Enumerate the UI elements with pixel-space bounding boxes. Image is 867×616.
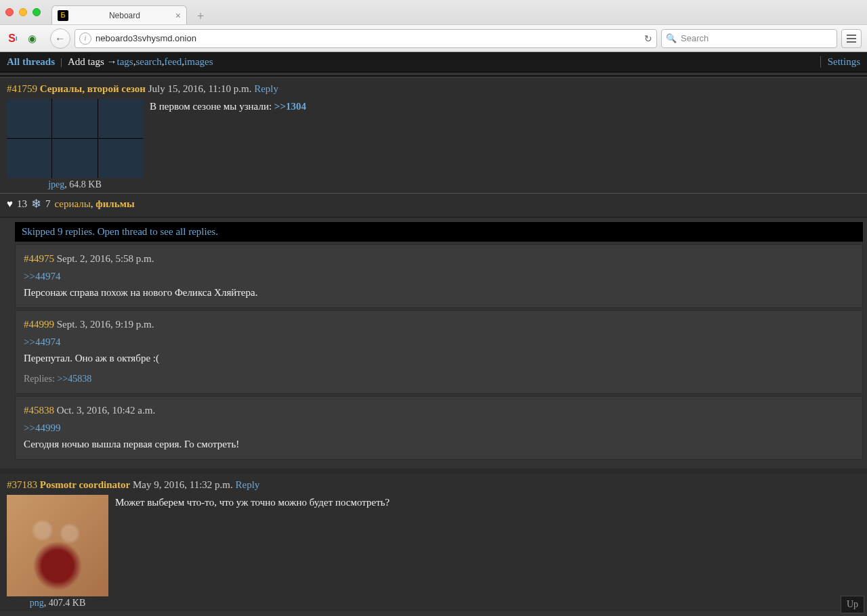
tab-strip: Neboard × + [51,0,210,24]
close-window-button[interactable] [5,8,14,16]
nav-add-tags-label: Add tags → [68,56,117,68]
back-button[interactable]: ← [50,28,70,49]
site-navbar: All threads | Add tags → tags, search, f… [0,52,867,72]
post-ref[interactable]: >>1304 [274,101,306,112]
thumb-size: 407.4 KB [49,598,85,608]
browser-toolbar: S! ◉ ← i neboardo3svhysmd.onion ↻ 🔍 Sear… [0,24,867,51]
post-ref[interactable]: >>44974 [24,336,60,347]
nav-search[interactable]: search [135,56,161,68]
post-body: Персонаж справа похож на нового Феликса … [24,284,854,301]
site-info-icon[interactable]: i [79,32,91,45]
stumble-icon[interactable]: S! [5,31,20,46]
post-ref[interactable]: >>44999 [24,422,60,433]
thread-text: Может выберем что-то, что уж точно можно… [115,495,860,510]
nav-feed[interactable]: feed [164,56,182,68]
timestamp: July 15, 2016, 11:10 p.m. [148,83,252,94]
new-tab-button[interactable]: + [191,8,210,24]
page-content: All threads | Add tags → tags, search, f… [0,52,867,611]
thread: #41759 Сериалы, второй сезон July 15, 20… [0,78,867,194]
thumb-type[interactable]: jpeg [48,179,64,190]
thumbnail-meta: jpeg, 64.8 KB [48,179,102,190]
thread-title[interactable]: Сериалы, второй сезон [40,83,146,94]
heart-icon[interactable]: ♥ [7,198,13,210]
scroll-up-button[interactable]: Up [841,596,864,613]
snow-icon[interactable]: ❄ [31,196,41,211]
post-id[interactable]: #41759 [7,83,37,94]
window-controls [5,8,41,16]
post-id[interactable]: #44975 [24,253,54,264]
replies-label: Replies: [24,374,57,384]
post-ref[interactable]: >>44974 [24,271,60,282]
favicon-icon [58,10,68,21]
reload-button[interactable]: ↻ [644,33,652,44]
tab-title: Neboard [74,11,175,20]
thread-title[interactable]: Posmotr coordinator [40,479,130,490]
thumbnail-meta: png, 407.4 KB [30,598,85,609]
thread-header: #41759 Сериалы, второй сезон July 15, 20… [7,82,860,96]
search-bar[interactable]: 🔍 Search [661,29,837,48]
nav-settings[interactable]: Settings [828,56,860,67]
url-bar[interactable]: i neboardo3svhysmd.onion ↻ [75,29,657,48]
reply-post: #44999 Sept. 3, 2016, 9:19 p.m. >>44974 … [15,310,863,394]
menu-button[interactable] [841,29,862,48]
browser-tab[interactable]: Neboard × [51,5,187,24]
onion-icon[interactable]: ◉ [24,31,39,46]
nav-tags[interactable]: tags [117,56,133,68]
thumbnail-image[interactable] [7,99,143,178]
browser-chrome: Neboard × + S! ◉ ← i neboardo3svhysmd.on… [0,0,867,52]
post-body: Сегодня ночью вышла первая серия. Го смо… [24,436,854,452]
tag-link[interactable]: фильмы [96,198,134,209]
thumbnail-block: jpeg, 64.8 KB [7,99,143,190]
search-placeholder: Search [681,33,709,43]
divider [0,468,867,474]
post-ref[interactable]: >>45838 [57,374,91,384]
tag-link[interactable]: сериалы [54,198,90,209]
post-id[interactable]: #44999 [24,319,54,330]
thumb-size: 64.8 KB [69,179,101,190]
nav-images[interactable]: images [184,56,213,68]
thumbnail-block: png, 407.4 KB [7,495,108,609]
thumbnail-image[interactable] [7,495,108,596]
thread: #37183 Posmotr coordinator May 9, 2016, … [0,474,867,611]
timestamp: Sept. 2, 2016, 5:58 p.m. [57,253,154,264]
nav-all-threads[interactable]: All threads [7,56,55,68]
search-icon: 🔍 [666,33,677,43]
skipped-text: Skipped 9 replies. Open thread to see al… [22,226,218,237]
post-body: Перепутал. Оно аж в октябре :( [24,350,854,366]
thread-text: В первом сезоне мы узнали: >>1304 [150,99,860,114]
text-prefix: В первом сезоне мы узнали: [150,101,274,112]
post-id[interactable]: #37183 [7,479,37,490]
titlebar: Neboard × + [0,0,867,24]
snow-count: 7 [45,198,51,210]
heart-count: 13 [17,198,27,210]
replies-container: Skipped 9 replies. Open thread to see al… [0,218,867,466]
minimize-window-button[interactable] [19,8,27,16]
timestamp: Oct. 3, 2016, 10:42 a.m. [57,405,155,416]
reply-post: #45838 Oct. 3, 2016, 10:42 a.m. >>44999 … [15,396,863,460]
tab-close-button[interactable]: × [175,10,181,21]
reply-link[interactable]: Reply [235,479,259,490]
reply-post: #44975 Sept. 2, 2016, 5:58 p.m. >>44974 … [15,244,863,308]
thread-refs: ♥ 13 ❄ 7 сериалы, фильмы [0,194,867,218]
reply-link[interactable]: Reply [254,83,278,94]
maximize-window-button[interactable] [33,8,41,16]
url-text: neboardo3svhysmd.onion [96,33,196,43]
separator: | [60,56,62,68]
skipped-notice[interactable]: Skipped 9 replies. Open thread to see al… [15,222,863,242]
timestamp: May 9, 2016, 11:32 p.m. [133,479,233,490]
timestamp: Sept. 3, 2016, 9:19 p.m. [57,319,154,330]
up-label: Up [847,599,858,609]
post-id[interactable]: #45838 [24,405,54,416]
replies-line: Replies: >>45838 [24,372,854,387]
thread-header: #37183 Posmotr coordinator May 9, 2016, … [7,478,860,492]
thumb-type[interactable]: png [30,598,44,608]
